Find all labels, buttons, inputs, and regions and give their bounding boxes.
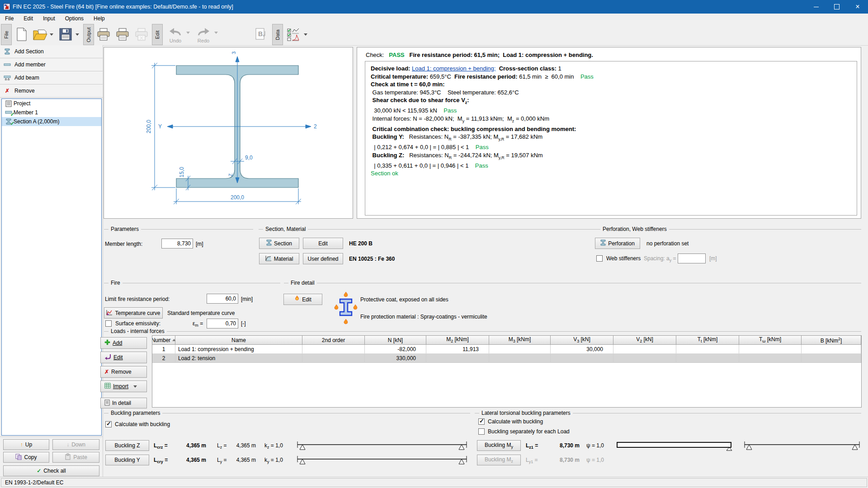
axis-z-label: Z [228,173,233,176]
toolbar-tab-output[interactable]: Output [83,24,94,45]
new-file-button[interactable] [14,26,30,42]
loads-column-header-2[interactable]: 2nd order [302,336,365,345]
section-edit-button[interactable]: Edit [303,238,343,249]
loads-column-header-7[interactable]: V2 [kN] [613,336,676,345]
close-button[interactable]: × [847,0,868,14]
toolbar-tab-file[interactable]: File [1,24,12,45]
check-all-button[interactable]: ✓ Check all [3,465,99,476]
document-b-icon: B [255,28,269,41]
calculate-buckling-checkbox[interactable] [105,421,112,427]
surface-emissivity-checkbox[interactable] [105,320,112,327]
remove-button[interactable]: ✗ Remove [0,84,103,98]
check-settings-dropdown-icon[interactable] [304,33,307,36]
open-dropdown-icon[interactable] [50,33,53,36]
fire-detail-group: Fire detail [284,283,861,283]
menu-item-input[interactable]: Input [38,14,60,23]
member-length-input[interactable] [161,239,193,249]
ltb-calculate-checkbox[interactable] [478,418,485,425]
minimize-button[interactable] [806,0,826,14]
buckling-z-diagram[interactable] [296,441,468,453]
toolbar-tab-data[interactable]: Data [272,24,283,45]
fire-group: Fire [104,283,280,283]
tree-item-project[interactable]: Project [2,99,101,108]
save-button[interactable] [57,26,74,42]
fire-edit-button[interactable]: Edit [283,294,322,305]
loads-column-header-10[interactable]: B [kNm2] [802,336,861,345]
report-button: B [253,26,270,42]
add-section-button[interactable]: Add Section [0,45,103,58]
add-member-button[interactable]: Add member [0,58,103,71]
psi-my-label: ψ = 1,0 [586,442,604,449]
spacing-input[interactable] [678,253,706,263]
dim-web-label: 9,0 [245,155,253,161]
material-button[interactable]: Material [259,253,299,264]
ltb-my-diagram-2[interactable] [743,441,861,453]
buckling-my-button[interactable]: Buckling My [477,440,521,451]
check-settings-button[interactable] [285,26,302,42]
loads-column-header-6[interactable]: V3 [kN] [551,336,613,345]
calculate-buckling-label: Calculate with buckling [115,421,170,427]
buckling-y-button[interactable]: Buckling Y [105,455,149,465]
application-window: FIN EC 2025 - Steel Fire (64 bit) [Fine … [0,0,868,488]
tree-item-section-a[interactable]: ✓ Section A (2,000m) [2,117,101,126]
loads-cell: 30,000 [551,345,613,354]
ltb-my-diagram-1[interactable] [616,441,735,453]
menu-item-help[interactable]: Help [89,14,110,23]
loads-column-header-5[interactable]: M3 [kNm] [489,336,551,345]
menu-item-file[interactable]: File [0,14,19,23]
loads-column-header-3[interactable]: N [kN] [365,336,426,345]
in-detail-button[interactable]: In detail [100,398,147,408]
decisive-load-link[interactable]: Load 1: compression + bending [412,65,494,72]
print-document-button[interactable] [114,26,131,42]
kz-label: kz = 1,0 [264,442,283,450]
menu-item-edit[interactable]: Edit [19,14,38,23]
buckling-y-diagram[interactable] [296,455,468,467]
loads-column-header-4[interactable]: M2 [kNm] [426,336,489,345]
menu-bar: File Edit Input Options Help [0,14,868,23]
undo-button [165,25,185,37]
print-button[interactable] [95,26,112,42]
fire-limit-input[interactable] [207,294,238,304]
add-load-button[interactable]: Add [100,337,147,349]
maximize-button[interactable] [826,0,847,14]
tree-item-member-1[interactable]: ✓ Member 1 [2,108,101,117]
redo-button [193,25,213,37]
remove-load-button[interactable]: ✗ Remove [100,366,147,378]
dim-height-label: 200,0 [146,120,152,133]
parameters-legend: Parameters [108,226,141,232]
user-defined-button[interactable]: User defined [303,253,343,264]
buckling-z-button[interactable]: Buckling Z [105,440,149,451]
member-icon [0,61,14,68]
loads-row-2[interactable]: 2Load 2: tension330,000 [152,354,861,363]
loads-cell: 330,000 [365,354,426,363]
up-button[interactable]: ↑ Up [3,439,49,450]
open-button[interactable] [32,26,49,42]
lz-value: 4,365 m [226,442,256,449]
temperature-curve-button[interactable]: Temperature curve [104,307,163,319]
new-file-icon [16,28,28,41]
add-beam-button[interactable]: Add beam [0,71,103,84]
print-all-button [133,26,150,42]
import-dropdown-icon[interactable] [133,385,137,388]
remove-label: Remove [14,88,35,94]
perforation-button[interactable]: Perforation [595,238,640,249]
loads-column-header-0[interactable]: Number [152,336,175,345]
emissivity-symbol: εm = [193,320,203,328]
edit-load-button[interactable]: Edit [100,352,147,363]
save-dropdown-icon[interactable] [75,33,79,36]
ltb-separate-checkbox[interactable] [478,428,485,435]
loads-column-header-9[interactable]: Tω [kNm] [739,336,802,345]
result-line: Shear check due to shear force Vz: [371,96,857,107]
copy-button[interactable]: Copy [3,452,49,463]
toolbar-tab-edit[interactable]: Edit [152,24,163,45]
loads-column-header-8[interactable]: Tt [kNm] [676,336,739,345]
loads-column-header-1[interactable]: Name [175,336,302,345]
web-stiffeners-checkbox[interactable] [596,255,603,262]
detail-document-icon [104,399,110,407]
menu-item-options[interactable]: Options [60,14,89,23]
import-button[interactable]: Import [100,380,147,392]
loads-row-1[interactable]: 1Load 1: compression + bending-82,00011,… [152,345,861,354]
section-button[interactable]: Section [259,238,299,249]
copy-icon [15,454,22,461]
emissivity-input[interactable] [207,319,238,328]
